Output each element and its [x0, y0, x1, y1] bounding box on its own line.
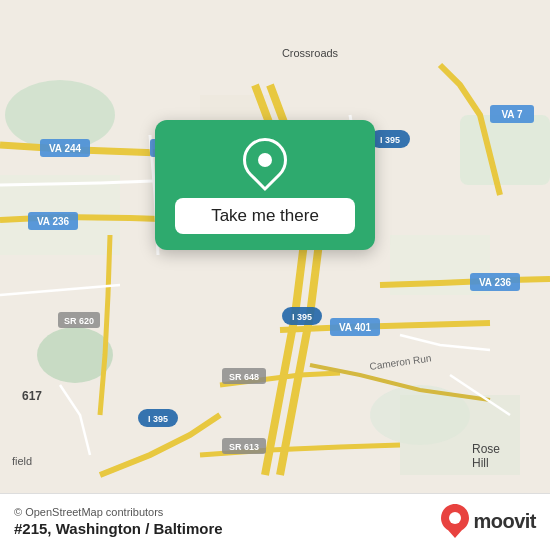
moovit-pin-icon — [441, 504, 469, 538]
bottom-left-info: © OpenStreetMap contributors #215, Washi… — [14, 506, 223, 537]
osm-credit: © OpenStreetMap contributors — [14, 506, 223, 518]
location-label: #215, Washington / Baltimore — [14, 520, 223, 537]
svg-text:field: field — [12, 455, 32, 467]
svg-text:I 395: I 395 — [292, 312, 312, 322]
moovit-logo: moovit — [441, 504, 536, 538]
popup-card[interactable]: Take me there — [155, 120, 375, 250]
take-me-there-button[interactable]: Take me there — [175, 198, 355, 234]
svg-text:SR 613: SR 613 — [229, 442, 259, 452]
svg-text:SR 648: SR 648 — [229, 372, 259, 382]
svg-text:617: 617 — [22, 389, 42, 403]
svg-text:Hill: Hill — [472, 456, 489, 470]
svg-text:VA 7: VA 7 — [501, 109, 523, 120]
svg-text:Crossroads: Crossroads — [282, 47, 339, 59]
svg-text:VA 244: VA 244 — [49, 143, 82, 154]
svg-text:VA 236: VA 236 — [479, 277, 512, 288]
svg-text:VA 401: VA 401 — [339, 322, 372, 333]
svg-rect-7 — [400, 395, 520, 475]
svg-rect-3 — [460, 115, 550, 185]
svg-point-40 — [449, 512, 461, 524]
bottom-bar: © OpenStreetMap contributors #215, Washi… — [0, 493, 550, 550]
map-pin-icon — [234, 129, 296, 191]
svg-text:SR 620: SR 620 — [64, 316, 94, 326]
map-svg: Crossroads VA 7 VA 244 VA 244 VA 236 VA … — [0, 0, 550, 550]
svg-text:Rose: Rose — [472, 442, 500, 456]
svg-text:VA 236: VA 236 — [37, 216, 70, 227]
map-container: Crossroads VA 7 VA 244 VA 244 VA 236 VA … — [0, 0, 550, 550]
svg-text:I 395: I 395 — [148, 414, 168, 424]
svg-text:I 395: I 395 — [380, 135, 400, 145]
moovit-text: moovit — [473, 510, 536, 533]
